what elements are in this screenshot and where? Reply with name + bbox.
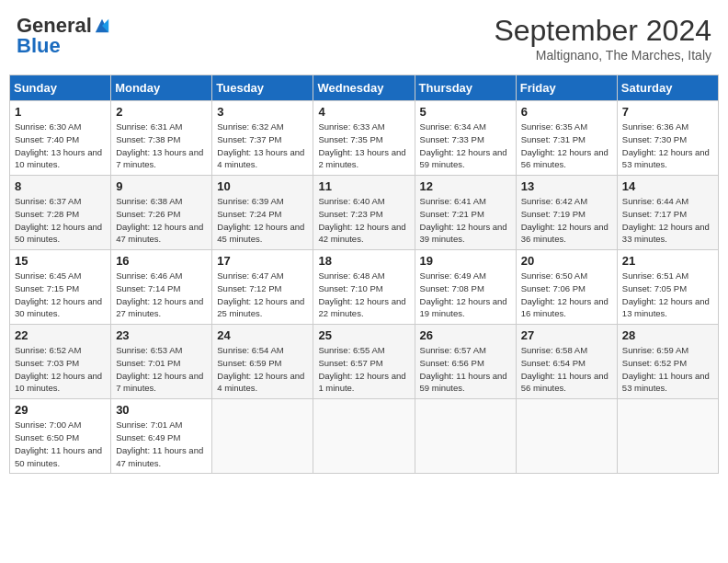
day-info: Sunrise: 6:54 AMSunset: 6:59 PMDaylight:… [217,344,308,395]
logo-icon [94,17,110,34]
day-info: Sunrise: 6:36 AMSunset: 7:30 PMDaylight:… [622,121,713,171]
day-number: 2 [116,105,207,119]
calendar-day-cell [212,399,313,474]
calendar-day-cell: 9Sunrise: 6:38 AMSunset: 7:26 PMDaylight… [111,176,212,250]
calendar-day-cell: 5Sunrise: 6:34 AMSunset: 7:33 PMDaylight… [415,101,516,176]
logo-blue-text: Blue [17,34,61,58]
day-info: Sunrise: 6:41 AMSunset: 7:21 PMDaylight:… [420,195,511,246]
day-info: Sunrise: 7:01 AMSunset: 6:49 PMDaylight:… [116,419,207,469]
calendar-day-cell: 14Sunrise: 6:44 AMSunset: 7:17 PMDayligh… [617,176,718,250]
weekday-header-tuesday: Tuesday [212,75,313,101]
calendar-day-cell: 12Sunrise: 6:41 AMSunset: 7:21 PMDayligh… [415,176,516,250]
day-number: 4 [318,105,409,119]
day-number: 13 [521,179,612,193]
calendar-day-cell: 17Sunrise: 6:47 AMSunset: 7:12 PMDayligh… [212,250,313,325]
day-number: 1 [15,105,106,119]
day-info: Sunrise: 6:32 AMSunset: 7:37 PMDaylight:… [217,121,308,171]
day-number: 28 [622,328,713,342]
calendar-header-row: SundayMondayTuesdayWednesdayThursdayFrid… [10,75,719,101]
day-number: 9 [116,179,207,193]
calendar-day-cell: 2Sunrise: 6:31 AMSunset: 7:38 PMDaylight… [111,101,212,176]
calendar-day-cell: 29Sunrise: 7:00 AMSunset: 6:50 PMDayligh… [10,399,111,474]
day-number: 12 [420,179,511,193]
calendar-week-row: 1Sunrise: 6:30 AMSunset: 7:40 PMDaylight… [10,101,719,176]
day-number: 10 [217,179,308,193]
calendar-day-cell: 11Sunrise: 6:40 AMSunset: 7:23 PMDayligh… [313,176,415,250]
calendar-week-row: 15Sunrise: 6:45 AMSunset: 7:15 PMDayligh… [10,250,719,325]
weekday-header-thursday: Thursday [415,75,516,101]
calendar-day-cell: 28Sunrise: 6:59 AMSunset: 6:52 PMDayligh… [617,325,718,399]
weekday-header-friday: Friday [516,75,617,101]
day-info: Sunrise: 6:35 AMSunset: 7:31 PMDaylight:… [521,121,612,171]
day-info: Sunrise: 6:52 AMSunset: 7:03 PMDaylight:… [15,344,106,395]
month-title: September 2024 [494,14,711,48]
calendar-day-cell: 18Sunrise: 6:48 AMSunset: 7:10 PMDayligh… [313,250,415,325]
day-info: Sunrise: 6:34 AMSunset: 7:33 PMDaylight:… [420,121,511,171]
day-number: 15 [15,254,106,268]
day-info: Sunrise: 6:46 AMSunset: 7:14 PMDaylight:… [116,270,207,320]
calendar-day-cell: 24Sunrise: 6:54 AMSunset: 6:59 PMDayligh… [212,325,313,399]
day-info: Sunrise: 6:53 AMSunset: 7:01 PMDaylight:… [116,344,207,395]
day-info: Sunrise: 6:57 AMSunset: 6:56 PMDaylight:… [420,344,511,395]
day-number: 8 [15,179,106,193]
day-number: 14 [622,179,713,193]
day-info: Sunrise: 7:00 AMSunset: 6:50 PMDaylight:… [15,419,106,469]
day-number: 19 [420,254,511,268]
calendar-week-row: 29Sunrise: 7:00 AMSunset: 6:50 PMDayligh… [10,399,719,474]
location-subtitle: Maltignano, The Marches, Italy [494,48,711,63]
day-info: Sunrise: 6:59 AMSunset: 6:52 PMDaylight:… [622,344,713,395]
day-info: Sunrise: 6:33 AMSunset: 7:35 PMDaylight:… [318,121,409,171]
day-info: Sunrise: 6:40 AMSunset: 7:23 PMDaylight:… [318,195,409,246]
day-number: 5 [420,105,511,119]
title-block: September 2024 Maltignano, The Marches, … [494,14,711,63]
weekday-header-saturday: Saturday [617,75,718,101]
day-info: Sunrise: 6:42 AMSunset: 7:19 PMDaylight:… [521,195,612,246]
calendar-day-cell: 22Sunrise: 6:52 AMSunset: 7:03 PMDayligh… [10,325,111,399]
calendar-day-cell: 15Sunrise: 6:45 AMSunset: 7:15 PMDayligh… [10,250,111,325]
day-number: 16 [116,254,207,268]
day-number: 7 [622,105,713,119]
day-info: Sunrise: 6:55 AMSunset: 6:57 PMDaylight:… [318,344,409,395]
calendar-day-cell: 8Sunrise: 6:37 AMSunset: 7:28 PMDaylight… [10,176,111,250]
calendar-day-cell: 21Sunrise: 6:51 AMSunset: 7:05 PMDayligh… [617,250,718,325]
weekday-header-monday: Monday [111,75,212,101]
day-number: 30 [116,403,207,417]
calendar-day-cell [516,399,617,474]
calendar-day-cell: 3Sunrise: 6:32 AMSunset: 7:37 PMDaylight… [212,101,313,176]
day-number: 26 [420,328,511,342]
calendar-day-cell: 19Sunrise: 6:49 AMSunset: 7:08 PMDayligh… [415,250,516,325]
day-number: 11 [318,179,409,193]
calendar-day-cell [617,399,718,474]
day-number: 18 [318,254,409,268]
logo: General Blue [17,14,110,58]
day-number: 29 [15,403,106,417]
day-number: 20 [521,254,612,268]
day-number: 6 [521,105,612,119]
calendar-day-cell: 6Sunrise: 6:35 AMSunset: 7:31 PMDaylight… [516,101,617,176]
calendar-day-cell [313,399,415,474]
day-number: 25 [318,328,409,342]
day-info: Sunrise: 6:51 AMSunset: 7:05 PMDaylight:… [622,270,713,320]
day-info: Sunrise: 6:58 AMSunset: 6:54 PMDaylight:… [521,344,612,395]
calendar-week-row: 8Sunrise: 6:37 AMSunset: 7:28 PMDaylight… [10,176,719,250]
day-info: Sunrise: 6:45 AMSunset: 7:15 PMDaylight:… [15,270,106,320]
calendar-day-cell: 13Sunrise: 6:42 AMSunset: 7:19 PMDayligh… [516,176,617,250]
day-info: Sunrise: 6:31 AMSunset: 7:38 PMDaylight:… [116,121,207,171]
day-info: Sunrise: 6:50 AMSunset: 7:06 PMDaylight:… [521,270,612,320]
day-number: 27 [521,328,612,342]
day-info: Sunrise: 6:38 AMSunset: 7:26 PMDaylight:… [116,195,207,246]
day-number: 24 [217,328,308,342]
weekday-header-sunday: Sunday [10,75,111,101]
calendar-day-cell: 25Sunrise: 6:55 AMSunset: 6:57 PMDayligh… [313,325,415,399]
calendar-day-cell [415,399,516,474]
calendar-day-cell: 7Sunrise: 6:36 AMSunset: 7:30 PMDaylight… [617,101,718,176]
day-number: 21 [622,254,713,268]
day-info: Sunrise: 6:44 AMSunset: 7:17 PMDaylight:… [622,195,713,246]
day-info: Sunrise: 6:30 AMSunset: 7:40 PMDaylight:… [15,121,106,171]
calendar-day-cell: 23Sunrise: 6:53 AMSunset: 7:01 PMDayligh… [111,325,212,399]
day-number: 23 [116,328,207,342]
page-header: General Blue September 2024 Maltignano, … [9,9,719,67]
calendar-day-cell: 1Sunrise: 6:30 AMSunset: 7:40 PMDaylight… [10,101,111,176]
day-info: Sunrise: 6:49 AMSunset: 7:08 PMDaylight:… [420,270,511,320]
day-number: 17 [217,254,308,268]
